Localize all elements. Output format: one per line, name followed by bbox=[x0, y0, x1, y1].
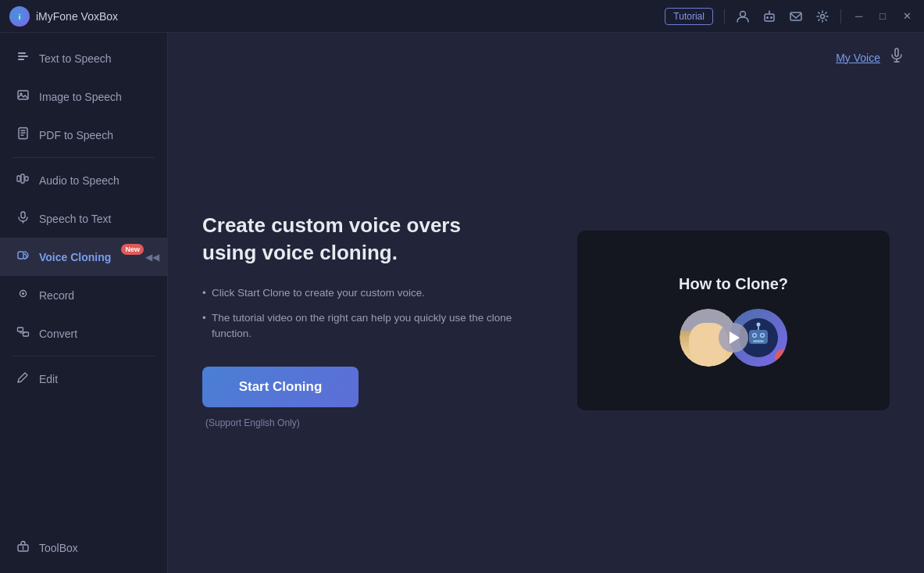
sidebar-item-convert[interactable]: Convert bbox=[0, 314, 167, 353]
sidebar-bottom: ToolBox bbox=[0, 528, 167, 567]
how-to-clone-title: How to Clone? bbox=[679, 275, 788, 293]
toolbox-icon bbox=[16, 539, 30, 556]
new-badge: New bbox=[121, 244, 144, 255]
svg-rect-11 bbox=[18, 59, 24, 60]
svg-point-22 bbox=[22, 292, 24, 295]
sidebar-label-speech-to-text: Speech to Text bbox=[39, 213, 111, 225]
sidebar-item-pdf-to-speech[interactable]: PDF to Speech bbox=[0, 116, 167, 154]
sidebar-divider-1 bbox=[12, 157, 155, 158]
svg-rect-20 bbox=[18, 252, 23, 259]
svg-rect-23 bbox=[17, 328, 23, 331]
app-title: iMyFone VoxBox bbox=[36, 10, 118, 23]
titlebar-icons bbox=[736, 9, 829, 23]
svg-point-5 bbox=[770, 16, 772, 19]
sidebar-item-edit[interactable]: Edit bbox=[0, 360, 167, 398]
start-cloning-button[interactable]: Start Cloning bbox=[202, 367, 359, 407]
play-button[interactable] bbox=[719, 323, 748, 353]
svg-rect-18 bbox=[21, 212, 25, 218]
clone-bullet-1: Click Start Clone to create your custom … bbox=[202, 285, 530, 301]
voice-cloning-icon bbox=[16, 249, 30, 265]
sidebar: Text to Speech Image to Speech PDF to Sp… bbox=[0, 33, 168, 573]
sidebar-divider-2 bbox=[12, 356, 155, 356]
sidebar-item-voice-cloning[interactable]: Voice Cloning New ◀◀ bbox=[0, 238, 167, 276]
sidebar-label-edit: Edit bbox=[39, 373, 58, 385]
sidebar-label-audio-to-speech: Audio to Speech bbox=[39, 174, 120, 187]
content-header: My Voice bbox=[168, 33, 924, 68]
sidebar-label-record: Record bbox=[39, 289, 74, 302]
titlebar-separator-2 bbox=[840, 9, 841, 23]
svg-rect-15 bbox=[17, 176, 20, 181]
clone-info-panel: Create custom voice overs using voice cl… bbox=[202, 212, 530, 430]
text-to-speech-icon bbox=[16, 50, 30, 66]
svg-rect-36 bbox=[753, 340, 764, 342]
sidebar-item-audio-to-speech[interactable]: Audio to Speech bbox=[0, 161, 167, 199]
titlebar-separator bbox=[724, 9, 725, 23]
mail-icon[interactable] bbox=[789, 9, 803, 23]
speech-to-text-icon bbox=[16, 210, 30, 227]
my-voice-link[interactable]: My Voice bbox=[836, 52, 880, 64]
sidebar-label-pdf-to-speech: PDF to Speech bbox=[39, 129, 113, 141]
content-area: My Voice Create custom voice overs using… bbox=[168, 33, 924, 573]
sidebar-label-voice-cloning: Voice Cloning bbox=[39, 251, 111, 263]
tutorial-button[interactable]: Tutorial bbox=[665, 8, 713, 25]
svg-point-2 bbox=[740, 11, 745, 16]
sidebar-label-text-to-speech: Text to Speech bbox=[39, 52, 112, 65]
svg-point-8 bbox=[820, 14, 824, 18]
record-icon bbox=[16, 287, 30, 303]
settings-icon[interactable] bbox=[815, 9, 829, 23]
titlebar-center: Tutorial bbox=[665, 8, 915, 25]
convert-icon bbox=[16, 325, 30, 342]
content-body: Create custom voice overs using voice cl… bbox=[168, 68, 924, 573]
image-to-speech-icon bbox=[16, 88, 30, 105]
svg-text:i: i bbox=[19, 13, 21, 21]
svg-point-34 bbox=[754, 334, 756, 336]
how-to-clone-panel: How to Clone? bbox=[577, 231, 890, 410]
svg-rect-3 bbox=[765, 14, 774, 21]
sidebar-item-text-to-speech[interactable]: Text to Speech bbox=[0, 39, 167, 77]
sidebar-label-image-to-speech: Image to Speech bbox=[39, 91, 122, 103]
svg-point-4 bbox=[766, 16, 769, 19]
sidebar-label-toolbox: ToolBox bbox=[39, 542, 78, 554]
clone-bullet-2: The tutorial video on the right can help… bbox=[202, 310, 530, 342]
like-badge: 👍 bbox=[775, 349, 787, 367]
svg-rect-7 bbox=[790, 13, 801, 20]
svg-rect-9 bbox=[18, 52, 26, 54]
svg-point-35 bbox=[762, 334, 764, 336]
pdf-to-speech-icon bbox=[16, 127, 30, 143]
titlebar: i iMyFone VoxBox Tutorial bbox=[0, 0, 924, 33]
maximize-button[interactable]: □ bbox=[876, 10, 889, 22]
svg-point-6 bbox=[769, 10, 770, 12]
my-voice-icon[interactable] bbox=[888, 47, 905, 68]
audio-to-speech-icon bbox=[16, 172, 30, 188]
close-button[interactable]: ✕ bbox=[900, 10, 915, 22]
app-logo: i bbox=[9, 6, 30, 27]
main-layout: Text to Speech Image to Speech PDF to Sp… bbox=[0, 33, 924, 573]
clone-title: Create custom voice overs using voice cl… bbox=[202, 212, 530, 267]
minimize-button[interactable]: ─ bbox=[852, 10, 865, 22]
sidebar-item-record[interactable]: Record bbox=[0, 276, 167, 314]
svg-rect-16 bbox=[21, 174, 24, 183]
svg-point-38 bbox=[757, 322, 761, 326]
collapse-button[interactable]: ◀◀ bbox=[145, 252, 159, 263]
svg-rect-27 bbox=[895, 48, 898, 56]
robot-icon[interactable] bbox=[762, 9, 776, 23]
sidebar-label-convert: Convert bbox=[39, 328, 77, 340]
sidebar-item-toolbox[interactable]: ToolBox bbox=[0, 528, 167, 567]
titlebar-left: i iMyFone VoxBox bbox=[9, 6, 118, 27]
support-note: (Support English Only) bbox=[202, 417, 300, 428]
svg-rect-12 bbox=[18, 91, 28, 99]
svg-rect-17 bbox=[25, 177, 28, 181]
user-icon[interactable] bbox=[736, 9, 750, 23]
sidebar-item-speech-to-text[interactable]: Speech to Text bbox=[0, 199, 167, 238]
sidebar-item-image-to-speech[interactable]: Image to Speech bbox=[0, 77, 167, 116]
clone-bullets: Click Start Clone to create your custom … bbox=[202, 285, 530, 342]
avatars-row: 👍 bbox=[680, 309, 787, 367]
svg-rect-10 bbox=[18, 56, 28, 57]
edit-icon bbox=[16, 371, 30, 387]
